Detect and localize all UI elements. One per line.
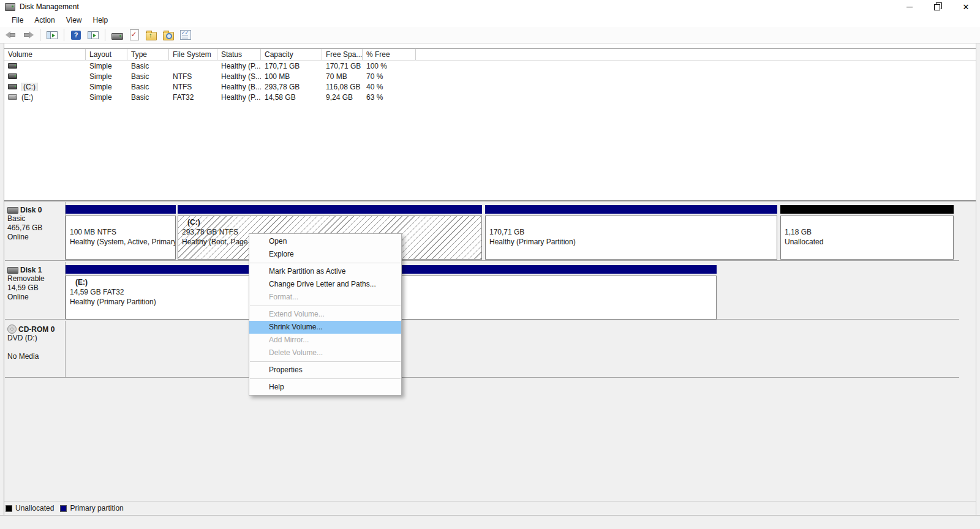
column-header--free[interactable]: % Free [363, 49, 416, 60]
close-icon: ✕ [963, 3, 970, 11]
column-header-free-spa-[interactable]: Free Spa... [322, 49, 363, 60]
disk-icon [7, 207, 18, 214]
cell-pct_free: 63 % [363, 93, 416, 102]
cell-type: Basic [127, 62, 169, 70]
volume-table: VolumeLayoutTypeFile SystemStatusCapacit… [4, 48, 976, 102]
menu-item-change-drive-letter-and-paths[interactable]: Change Drive Letter and Paths... [249, 278, 401, 291]
menu-file[interactable]: File [6, 14, 29, 26]
folder-search-icon [163, 32, 174, 40]
disk-icon [7, 267, 18, 274]
disk-name-text: Disk 1 [20, 266, 42, 274]
drive-icon [111, 33, 123, 40]
legend-bar: UnallocatedPrimary partition [0, 501, 980, 515]
legend-label: Unallocated [15, 504, 54, 512]
menu-separator [250, 263, 401, 263]
menu-item-help[interactable]: Help [249, 381, 401, 394]
minimize-icon [907, 7, 913, 7]
partition-size-line: 1,18 GB [785, 227, 949, 237]
partition-unallocated[interactable]: 1,18 GBUnallocated [780, 205, 954, 260]
partition-status-line: Healthy (System, Active, Primary [70, 237, 172, 247]
volume-drive-icon [8, 94, 17, 100]
pane-splitter[interactable] [0, 196, 980, 201]
column-header-type[interactable]: Type [127, 49, 169, 60]
table-row[interactable]: (E:)SimpleBasicFAT32Healthy (P...14,58 G… [4, 92, 976, 102]
toolbar-button-back[interactable] [4, 28, 18, 42]
restore-button[interactable] [924, 0, 952, 13]
column-header-status[interactable]: Status [217, 49, 261, 60]
toolbar-button-properties[interactable] [178, 28, 193, 42]
minimize-button[interactable] [895, 0, 924, 13]
menu-item-mark-partition-as-active[interactable]: Mark Partition as Active [249, 265, 401, 278]
toolbar-button-forward[interactable] [21, 28, 36, 42]
toolbar-button-check-page[interactable] [127, 28, 141, 42]
column-header-volume[interactable]: Volume [4, 49, 86, 60]
toolbar-button-help[interactable]: ? [69, 28, 83, 42]
partition-color-bar [66, 205, 176, 214]
window-controls: ✕ [895, 0, 980, 13]
cd-rom-icon [7, 325, 17, 334]
volume-drive-icon [8, 63, 17, 69]
cell-type: Basic [127, 83, 169, 91]
toolbar-separator [105, 29, 105, 41]
toolbar-button-drive[interactable] [110, 28, 124, 42]
partition[interactable]: 170,71 GBHealthy (Primary Partition) [485, 205, 777, 260]
menu-view[interactable]: View [61, 14, 88, 26]
window-frame-right [976, 43, 980, 515]
disk-label: Disk 0Basic465,76 GBOnline [5, 202, 66, 260]
menu-item-open[interactable]: Open [249, 235, 401, 248]
table-row[interactable]: SimpleBasicHealthy (P...170,71 GB170,71 … [4, 61, 976, 71]
close-button[interactable]: ✕ [952, 0, 980, 13]
disk-info-line: DVD (D:) [7, 334, 64, 343]
toolbar-button-console-tree[interactable] [45, 28, 59, 42]
cell-capacity: 170,71 GB [261, 62, 322, 70]
cell-layout: Simple [86, 83, 127, 91]
restore-icon [934, 4, 940, 10]
cell-status: Healthy (P... [217, 62, 261, 70]
cell-capacity: 100 MB [261, 72, 322, 81]
legend-item-unallocated: Unallocated [6, 504, 54, 512]
menu-item-properties[interactable]: Properties [249, 364, 401, 377]
toolbar-button-folder-search[interactable] [161, 28, 176, 42]
toolbar-separator [64, 29, 64, 41]
disk-info-line: 465,76 GB [7, 223, 64, 233]
disk-label: CD-ROM 0DVD (D:)No Media [5, 321, 66, 377]
partition-color-bar [178, 205, 482, 214]
toolbar-button-folder-up[interactable] [144, 28, 159, 42]
cell-volume [4, 73, 86, 79]
disk-graphical-pane: Disk 0Basic465,76 GBOnline100 MB NTFSHea… [0, 201, 980, 501]
disk-info-line: No Media [7, 352, 64, 361]
cell-pct_free: 70 % [363, 72, 416, 81]
cell-layout: Simple [86, 93, 127, 102]
cell-status: Healthy (P... [217, 93, 261, 102]
volume-list-pane: VolumeLayoutTypeFile SystemStatusCapacit… [0, 43, 980, 196]
partition-body: 170,71 GBHealthy (Primary Partition) [485, 216, 777, 260]
partition[interactable]: 100 MB NTFSHealthy (System, Active, Prim… [66, 205, 176, 260]
partition-letter [489, 217, 773, 227]
menu-item-explore[interactable]: Explore [249, 248, 401, 261]
folder-up-icon [146, 32, 157, 40]
legend-swatch [6, 505, 12, 512]
menu-help[interactable]: Help [88, 14, 114, 26]
disk-info-line: Online [7, 293, 64, 302]
partition-body: 100 MB NTFSHealthy (System, Active, Prim… [66, 216, 176, 260]
window-title: Disk Management [20, 2, 79, 11]
menu-action[interactable]: Action [29, 14, 60, 26]
cell-file_system: FAT32 [169, 93, 217, 102]
volume-table-header: VolumeLayoutTypeFile SystemStatusCapacit… [4, 48, 976, 61]
toolbar-button-action-pane[interactable] [86, 28, 100, 42]
menu-item-shrink-volume[interactable]: Shrink Volume... [249, 321, 401, 334]
table-row[interactable]: (C:)SimpleBasicNTFSHealthy (B...293,78 G… [4, 81, 976, 92]
column-header-capacity[interactable]: Capacity [261, 49, 322, 60]
menu-item-extend-volume: Extend Volume... [249, 308, 401, 321]
cell-volume: (E:) [4, 93, 86, 102]
column-header-layout[interactable]: Layout [86, 49, 127, 60]
cell-capacity: 293,78 GB [261, 83, 322, 91]
partition-color-bar [780, 205, 954, 214]
menu-separator [250, 378, 401, 379]
column-header-file-system[interactable]: File System [169, 49, 217, 60]
menu-item-format: Format... [249, 291, 401, 304]
action-pane-icon [88, 31, 99, 39]
disk-row-disk-1: Disk 1Removable14,59 GBOnline(E:)14,59 G… [5, 262, 959, 320]
legend-swatch [60, 505, 67, 512]
table-row[interactable]: SimpleBasicNTFSHealthy (S...100 MB70 MB7… [4, 71, 976, 81]
